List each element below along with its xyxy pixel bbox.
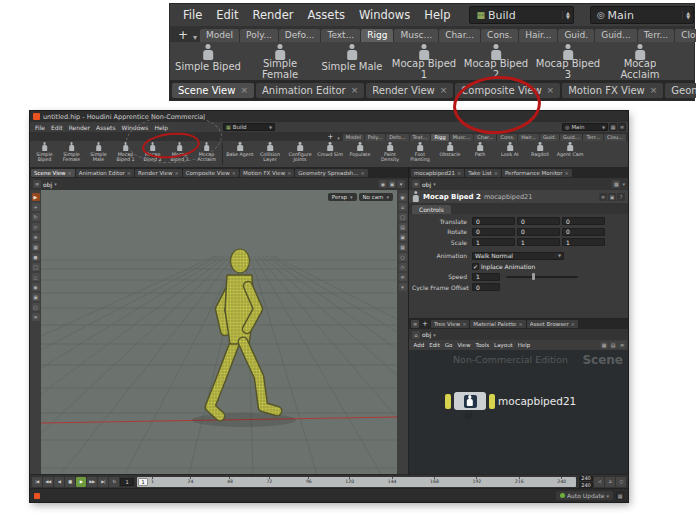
menu-item[interactable]: Add xyxy=(411,342,427,348)
pane-tab[interactable]: mocapbiped21 × xyxy=(411,169,464,177)
chevron-down-icon[interactable]: ▾ xyxy=(433,332,436,338)
start-frame-field[interactable]: 1 xyxy=(120,478,134,486)
menu-icon[interactable]: ≡ xyxy=(599,193,607,201)
shelf-tab[interactable]: Musc... xyxy=(450,134,474,141)
camera-icon[interactable]: ◉ xyxy=(379,180,387,188)
pane-tab[interactable]: Animation Editor × xyxy=(76,169,134,177)
realtime-toggle-icon[interactable]: ○ xyxy=(616,477,626,487)
menu-item[interactable]: Edit xyxy=(209,8,245,22)
menu-item[interactable]: Assets xyxy=(300,8,351,22)
param-field-x[interactable]: 0 xyxy=(472,228,515,236)
stepper-icon[interactable]: ▲▼ xyxy=(562,11,570,19)
node-flag-right[interactable] xyxy=(489,394,495,409)
add-pane-tab-button[interactable]: + xyxy=(420,320,430,328)
shelf-tab[interactable]: Defo... xyxy=(279,29,321,42)
network-editor-canvas[interactable]: Non-Commercial Edition Scene mocapbiped2… xyxy=(409,350,628,474)
node-flag-left[interactable] xyxy=(445,394,451,409)
auto-update-selector[interactable]: Auto Update ▾ xyxy=(556,491,613,500)
chevron-down-icon[interactable]: ▾ xyxy=(622,181,625,187)
pane-tab[interactable]: Take List × xyxy=(465,169,501,177)
menu-item[interactable]: Render xyxy=(246,8,301,22)
shelf-tab[interactable]: Clou... xyxy=(604,134,626,141)
desktop-selector[interactable]: ▦ Build ▼ xyxy=(223,123,275,131)
shelf-tool[interactable]: Populate xyxy=(345,141,375,157)
shelf-tool[interactable]: Look At xyxy=(495,141,525,157)
more-icon[interactable]: ▾ xyxy=(399,283,407,291)
shelf-tab[interactable]: Guid... xyxy=(560,134,582,141)
param-field-x[interactable]: 1 xyxy=(472,238,515,246)
shaded-toggle-icon[interactable]: ▣ xyxy=(399,233,407,241)
snapshot-icon[interactable]: ○ xyxy=(399,253,407,261)
shelf-tool[interactable]: Collision Layer xyxy=(255,141,285,162)
close-icon[interactable]: × xyxy=(287,170,291,176)
pane-menu-icon[interactable]: ≡ xyxy=(33,180,41,188)
close-icon[interactable]: × xyxy=(232,170,236,176)
shelf-tool[interactable]: Simple Male xyxy=(316,42,388,80)
close-icon[interactable]: × xyxy=(564,170,568,176)
shelf-tab[interactable]: Model xyxy=(343,134,364,141)
shelf-tab[interactable]: Cons. xyxy=(481,29,518,42)
display-options-icon[interactable]: ▣ xyxy=(32,293,40,301)
frame-selected-icon[interactable]: □ xyxy=(399,213,407,221)
grid-toggle-icon[interactable]: ▦ xyxy=(399,243,407,251)
shelf-tab[interactable]: Musc... xyxy=(394,29,438,42)
shelf-tool[interactable]: Mocap Biped 2 xyxy=(460,42,532,80)
pane-menu-icon[interactable]: ≡ xyxy=(411,320,419,328)
network-path[interactable]: obj xyxy=(422,331,431,338)
pane-tab[interactable]: Scene View × xyxy=(172,83,254,98)
timeline[interactable]: 1 124487296120144168192216240 xyxy=(137,477,576,487)
viewport-path[interactable]: obj xyxy=(43,181,52,188)
playhead-marker[interactable]: 1 xyxy=(138,478,148,486)
close-icon[interactable]: × xyxy=(361,170,365,176)
flag-icon[interactable]: ▣ xyxy=(388,180,396,188)
global-end-frame-field[interactable]: 240 xyxy=(579,482,593,488)
camera-selector[interactable]: No cam ▾ xyxy=(359,193,394,201)
shelf-tab[interactable]: Model xyxy=(200,29,239,42)
view-options-icon[interactable]: ≡ xyxy=(399,273,407,281)
end-frame-field[interactable]: 240 xyxy=(579,476,593,482)
shelf-add-button[interactable]: + xyxy=(324,133,336,141)
main-selector[interactable]: ◎ Main ▼ xyxy=(562,123,608,131)
grid-view-icon[interactable]: ▦ xyxy=(600,341,608,349)
menubar-menu-icon[interactable]: ≡ xyxy=(618,123,626,131)
viewport-3d-scene[interactable] xyxy=(41,190,397,474)
main-selector[interactable]: ◎ Main ▲▼ xyxy=(590,6,694,24)
menu-item[interactable]: View xyxy=(455,342,473,348)
jump-to-start-button[interactable]: |◀ xyxy=(32,477,42,487)
close-icon[interactable]: × xyxy=(650,85,658,95)
pin-icon[interactable]: ▦ xyxy=(612,180,620,188)
param-field-y[interactable]: 0 xyxy=(517,228,560,236)
param-field-z[interactable]: 0 xyxy=(562,217,605,225)
pane-tab[interactable]: Render View × xyxy=(366,83,453,98)
menubar-extra-icon[interactable]: ▦ xyxy=(609,123,617,131)
shelf-tab[interactable]: Text... xyxy=(321,29,360,42)
shelf-tab[interactable]: Poly... xyxy=(240,29,278,42)
shelf-tab[interactable]: Terr... xyxy=(638,29,675,42)
stepper-icon[interactable]: ▲▼ xyxy=(682,11,690,19)
shelf-tab[interactable]: Text... xyxy=(410,134,431,141)
audio-icon[interactable]: ◁ xyxy=(594,477,604,487)
pane-tab[interactable]: Geometry Spreadsh... × xyxy=(665,83,696,98)
play-reverse-button[interactable]: ◀ xyxy=(54,477,64,487)
shelf-tool[interactable]: Mocap Biped 2 xyxy=(139,141,166,162)
param-field-x[interactable]: 0 xyxy=(472,217,515,225)
pane-menu-icon[interactable]: ≡ xyxy=(412,180,420,188)
inplace-checkbox[interactable]: ✓ xyxy=(472,263,479,270)
shelf-tool[interactable]: Crowd Sim xyxy=(315,141,345,157)
next-keyframe-button[interactable]: ▶▶ xyxy=(87,477,97,487)
shelf-tab[interactable]: Rigg xyxy=(361,29,393,42)
close-icon[interactable]: × xyxy=(68,170,72,176)
pane-tab[interactable]: Animation Editor × xyxy=(256,83,364,98)
home-icon[interactable]: ⌂ xyxy=(412,331,420,339)
prev-keyframe-button[interactable]: ◀◀ xyxy=(43,477,53,487)
home-view-icon[interactable]: ⌂ xyxy=(399,203,407,211)
close-icon[interactable]: × xyxy=(440,85,448,95)
shelf-tool[interactable]: Mocap Biped 1 xyxy=(112,141,139,162)
speed-field[interactable]: 1 xyxy=(472,273,500,281)
pane-tab[interactable]: Geometry Spreadsh... × xyxy=(295,169,367,177)
controls-folder-tab[interactable]: Controls xyxy=(412,205,451,214)
shelf-tab[interactable]: Cons. xyxy=(497,134,517,141)
memory-grid-icon[interactable]: ▦ xyxy=(616,492,624,500)
list-view-icon[interactable]: ▤ xyxy=(609,341,617,349)
pane-tab[interactable]: Tree View × xyxy=(431,320,469,328)
